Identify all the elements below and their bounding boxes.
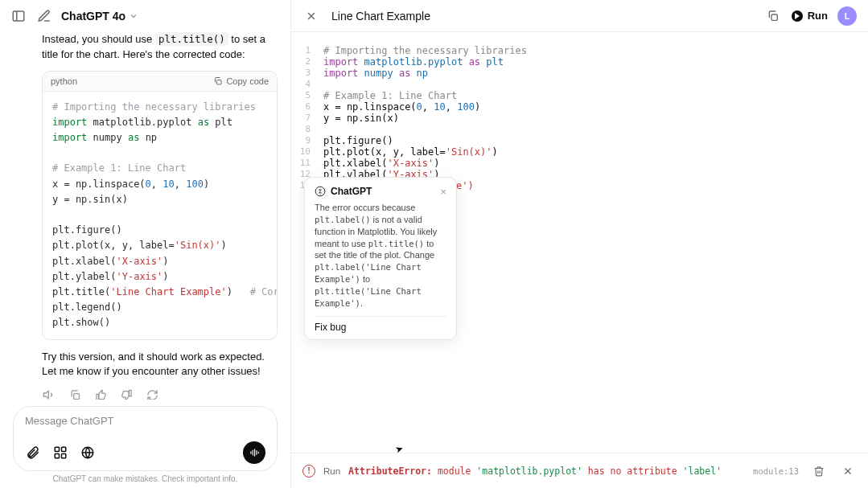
read-aloud-icon[interactable] bbox=[42, 388, 56, 400]
run-button[interactable]: Run bbox=[792, 10, 828, 22]
canvas-header: Line Chart Example Run L bbox=[291, 0, 868, 32]
code-block-header: python Copy code bbox=[43, 72, 277, 92]
svg-marker-3 bbox=[43, 392, 48, 399]
thumbs-down-icon[interactable] bbox=[119, 388, 134, 400]
assistant-outro: Try this version, and it should work as … bbox=[42, 350, 278, 380]
chatgpt-logo-icon bbox=[315, 186, 326, 197]
copy-code-button[interactable]: Copy code bbox=[213, 76, 269, 86]
voice-send-button[interactable] bbox=[243, 441, 265, 464]
svg-rect-7 bbox=[55, 454, 59, 458]
svg-rect-17 bbox=[771, 14, 777, 20]
play-icon bbox=[792, 10, 803, 22]
web-icon[interactable] bbox=[80, 445, 96, 461]
sidebar-toggle-icon[interactable] bbox=[10, 7, 27, 25]
code-block: python Copy code # Importing the necessa… bbox=[42, 71, 278, 340]
svg-rect-12 bbox=[254, 449, 255, 456]
svg-rect-2 bbox=[217, 80, 222, 84]
svg-rect-10 bbox=[250, 451, 251, 454]
copy-message-icon[interactable] bbox=[68, 388, 82, 400]
svg-rect-5 bbox=[55, 447, 59, 451]
chevron-down-icon bbox=[129, 11, 138, 21]
svg-rect-11 bbox=[253, 450, 253, 456]
console-error-text: AttributeError: module 'matplotlib.pyplo… bbox=[348, 465, 722, 477]
message-actions bbox=[42, 388, 278, 400]
console-meta: module:13 bbox=[753, 466, 799, 476]
run-label: Run bbox=[808, 10, 828, 22]
svg-rect-8 bbox=[62, 454, 66, 458]
inline-code: plt.title() bbox=[155, 32, 228, 46]
tools-icon[interactable] bbox=[52, 445, 68, 461]
chatgpt-suggestion-popover: ChatGPT × The error occurs because plt.l… bbox=[304, 177, 457, 340]
canvas-pane: Line Chart Example Run L 123456789101112… bbox=[291, 0, 868, 488]
copy-icon bbox=[213, 76, 223, 86]
model-name-label: ChatGPT 4o bbox=[61, 10, 125, 23]
chat-messages: Instead, you should use plt.title() to s… bbox=[0, 32, 290, 400]
attach-icon[interactable] bbox=[25, 445, 41, 461]
svg-rect-0 bbox=[13, 11, 24, 21]
fix-bug-label: Fix bug bbox=[315, 322, 346, 333]
new-chat-icon[interactable] bbox=[35, 7, 53, 25]
svg-rect-14 bbox=[258, 452, 259, 453]
svg-rect-4 bbox=[73, 393, 79, 399]
console-bar: ! Run AttributeError: module 'matplotlib… bbox=[291, 453, 868, 488]
close-canvas-icon[interactable] bbox=[302, 7, 320, 25]
line-gutter: 12345678910111213 bbox=[291, 45, 315, 191]
editor-content[interactable]: # Importing the necessary libraries impo… bbox=[323, 45, 868, 191]
error-icon: ! bbox=[302, 465, 315, 478]
copy-canvas-icon[interactable] bbox=[764, 7, 782, 25]
close-console-icon[interactable] bbox=[839, 462, 857, 480]
code-lang-label: python bbox=[51, 76, 77, 86]
cursor-icon: ➤ bbox=[393, 442, 405, 453]
assistant-text: Instead, you should use plt.title() to s… bbox=[42, 32, 278, 63]
composer-area: Message ChatGPT ChatGPT can make mistake… bbox=[0, 400, 290, 488]
svg-rect-13 bbox=[256, 450, 257, 455]
code-content: # Importing the necessary libraries impo… bbox=[43, 92, 277, 339]
chat-header: ChatGPT 4o bbox=[0, 0, 290, 32]
user-avatar[interactable]: L bbox=[837, 6, 857, 26]
regenerate-icon[interactable] bbox=[145, 388, 159, 400]
composer-input[interactable]: Message ChatGPT bbox=[25, 415, 265, 427]
composer-toolbar bbox=[25, 441, 265, 464]
svg-rect-6 bbox=[62, 447, 66, 451]
fix-bug-button[interactable]: Fix bug ➤ bbox=[315, 316, 446, 333]
console-run-label: Run bbox=[323, 466, 340, 476]
popover-title: ChatGPT bbox=[331, 186, 372, 197]
disclaimer-text: ChatGPT can make mistakes. Check importa… bbox=[13, 471, 278, 485]
popover-close-icon[interactable]: × bbox=[440, 187, 446, 197]
thumbs-up-icon[interactable] bbox=[93, 388, 108, 400]
canvas-title: Line Chart Example bbox=[331, 10, 430, 23]
code-editor[interactable]: 12345678910111213 # Importing the necess… bbox=[291, 32, 868, 453]
model-selector[interactable]: ChatGPT 4o bbox=[61, 10, 138, 23]
delete-console-icon[interactable] bbox=[810, 462, 828, 480]
composer[interactable]: Message ChatGPT bbox=[13, 406, 278, 471]
chat-pane: ChatGPT 4o Instead, you should use plt.t… bbox=[0, 0, 291, 488]
copy-label: Copy code bbox=[226, 76, 269, 86]
popover-body: The error occurs because plt.label() is … bbox=[315, 202, 446, 310]
